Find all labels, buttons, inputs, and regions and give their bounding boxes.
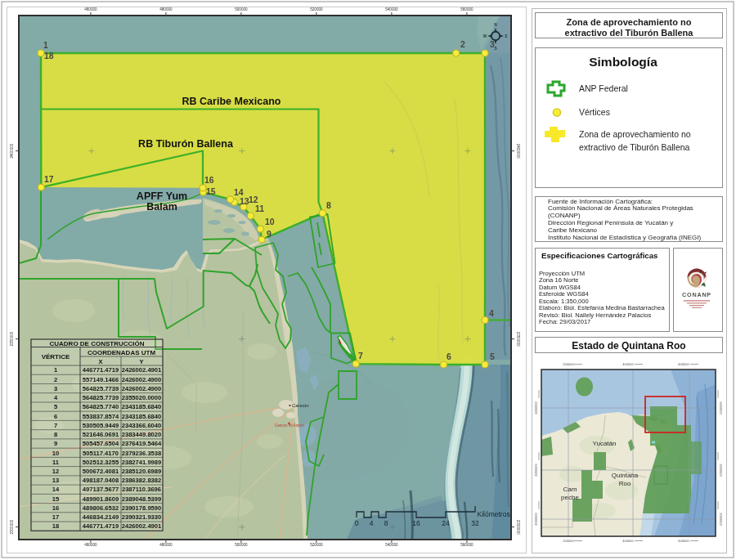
svg-text:564825.7740: 564825.7740 bbox=[83, 403, 119, 410]
svg-text:2: 2 bbox=[460, 39, 465, 49]
svg-text:530505.9449: 530505.9449 bbox=[83, 422, 119, 429]
svg-text:502512.3255: 502512.3255 bbox=[83, 459, 119, 466]
svg-text:9: 9 bbox=[267, 229, 272, 239]
svg-text:500672.4081: 500672.4081 bbox=[83, 468, 119, 475]
svg-text:5: 5 bbox=[490, 352, 495, 361]
svg-text:Especificaciones Cartográficas: Especificaciones Cartográficas bbox=[541, 251, 657, 260]
svg-text:0: 0 bbox=[355, 519, 359, 527]
svg-text:Cancún Int Airport: Cancún Int Airport bbox=[275, 423, 305, 428]
svg-text:505117.4170: 505117.4170 bbox=[83, 450, 119, 457]
svg-text:11: 11 bbox=[255, 204, 264, 213]
svg-text:13: 13 bbox=[52, 477, 59, 484]
svg-text:2000000: 2000000 bbox=[534, 512, 538, 525]
svg-text:Dirección Regional Península d: Dirección Regional Península de Yucatán … bbox=[548, 219, 673, 226]
svg-text:400000: 400000 bbox=[622, 539, 634, 543]
svg-text:2400000: 2400000 bbox=[534, 401, 538, 414]
svg-text:446834.2149: 446834.2149 bbox=[83, 513, 119, 521]
svg-text:540000: 540000 bbox=[385, 543, 398, 547]
svg-text:2426002.4900: 2426002.4900 bbox=[122, 385, 162, 392]
svg-text:200000: 200000 bbox=[563, 539, 574, 543]
svg-text:COORDENADAS UTM: COORDENADAS UTM bbox=[88, 349, 155, 356]
svg-text:497137.5677: 497137.5677 bbox=[83, 486, 119, 493]
svg-text:CUADRO DE CONSTRUCCIÓN: CUADRO DE CONSTRUCCIÓN bbox=[50, 340, 145, 347]
svg-text:2400000: 2400000 bbox=[516, 144, 520, 159]
svg-text:2426002.4901: 2426002.4901 bbox=[122, 522, 162, 530]
svg-text:Fuente de Información Cartográ: Fuente de Información Cartográfica: bbox=[548, 198, 653, 205]
svg-text:Vértices: Vértices bbox=[579, 107, 610, 117]
svg-text:446771.4719: 446771.4719 bbox=[83, 366, 119, 374]
svg-text:16: 16 bbox=[52, 504, 59, 512]
svg-text:2355020.0000: 2355020.0000 bbox=[122, 394, 162, 401]
svg-text:460000: 460000 bbox=[84, 7, 97, 11]
svg-text:2000000: 2000000 bbox=[719, 513, 723, 526]
svg-text:Cam: Cam bbox=[563, 486, 577, 493]
svg-text:564825.7739: 564825.7739 bbox=[83, 394, 119, 401]
svg-text:16: 16 bbox=[204, 175, 214, 185]
svg-text:9: 9 bbox=[54, 440, 57, 447]
svg-text:6: 6 bbox=[54, 413, 57, 420]
svg-text:489806.6532: 489806.6532 bbox=[83, 504, 119, 512]
svg-text:400000: 400000 bbox=[622, 362, 634, 366]
svg-text:extractivo de Tiburón Ballena: extractivo de Tiburón Ballena bbox=[579, 142, 690, 152]
svg-text:Simbología: Simbología bbox=[589, 55, 657, 69]
svg-text:CONANP: CONANP bbox=[682, 291, 711, 298]
svg-text:505457.6504: 505457.6504 bbox=[83, 440, 119, 447]
svg-text:(CONANP): (CONANP) bbox=[548, 212, 581, 219]
svg-text:peche: peche bbox=[561, 494, 579, 501]
svg-text:2343366.6040: 2343366.6040 bbox=[122, 422, 162, 429]
svg-text:2426002.4900: 2426002.4900 bbox=[122, 376, 162, 383]
svg-text:2387110.3696: 2387110.3696 bbox=[122, 486, 161, 493]
svg-text:Zona de aprovechamiento no: Zona de aprovechamiento no bbox=[579, 129, 691, 139]
svg-text:520000: 520000 bbox=[310, 543, 323, 547]
svg-text:RB Tiburón Ballena: RB Tiburón Ballena bbox=[138, 138, 234, 150]
svg-text:32: 32 bbox=[471, 519, 479, 527]
svg-text:2300000: 2300000 bbox=[516, 520, 520, 535]
svg-text:2386382.8382: 2386382.8382 bbox=[122, 477, 162, 484]
svg-text:480000: 480000 bbox=[159, 7, 173, 11]
svg-text:Comisión Nacional de Áreas Nat: Comisión Nacional de Áreas Naturales Pro… bbox=[548, 204, 693, 212]
svg-text:7: 7 bbox=[358, 351, 363, 361]
svg-text:8: 8 bbox=[54, 431, 57, 438]
svg-text:560000: 560000 bbox=[460, 543, 473, 547]
svg-text:N: N bbox=[494, 23, 497, 27]
svg-text:Zona de aprovechamiento no: Zona de aprovechamiento no bbox=[567, 17, 692, 27]
svg-text:14: 14 bbox=[234, 187, 244, 197]
svg-text:13: 13 bbox=[240, 196, 249, 206]
svg-text:520000: 520000 bbox=[310, 7, 323, 11]
svg-text:553837.8574: 553837.8574 bbox=[83, 413, 119, 420]
svg-text:Fecha: 29/03/2017: Fecha: 29/03/2017 bbox=[539, 318, 590, 325]
svg-text:12: 12 bbox=[249, 195, 258, 204]
svg-text:Yucatán: Yucatán bbox=[593, 440, 617, 447]
svg-text:RB Caribe Mexicano: RB Caribe Mexicano bbox=[182, 96, 281, 107]
svg-text:498187.0408: 498187.0408 bbox=[83, 477, 119, 484]
svg-text:500000: 500000 bbox=[235, 543, 248, 547]
svg-text:12: 12 bbox=[52, 468, 59, 475]
svg-text:2382741.9989: 2382741.9989 bbox=[122, 459, 162, 466]
svg-text:W: W bbox=[483, 34, 487, 38]
svg-text:564825.7739: 564825.7739 bbox=[83, 385, 119, 392]
svg-text:521646.0691: 521646.0691 bbox=[83, 431, 119, 438]
svg-text:VÉRTICE: VÉRTICE bbox=[42, 353, 70, 361]
svg-text:14: 14 bbox=[52, 486, 60, 493]
svg-text:2426002.4901: 2426002.4901 bbox=[122, 366, 162, 374]
svg-text:2400000: 2400000 bbox=[10, 143, 14, 158]
svg-text:Y: Y bbox=[139, 358, 143, 365]
svg-text:15: 15 bbox=[52, 495, 60, 503]
svg-text:2200000: 2200000 bbox=[534, 463, 538, 476]
svg-text:4: 4 bbox=[370, 519, 374, 527]
svg-text:2300000: 2300000 bbox=[10, 519, 14, 534]
svg-text:Cancún: Cancún bbox=[292, 403, 309, 408]
svg-text:Caribe Mexicano: Caribe Mexicano bbox=[548, 226, 598, 234]
svg-text:8: 8 bbox=[384, 519, 388, 527]
svg-text:2343185.6840: 2343185.6840 bbox=[122, 413, 162, 420]
svg-text:18: 18 bbox=[44, 51, 54, 60]
svg-text:2350000: 2350000 bbox=[516, 332, 520, 347]
svg-text:ANP Federal: ANP Federal bbox=[579, 83, 628, 93]
svg-text:4: 4 bbox=[489, 308, 494, 318]
svg-text:extractivo del Tiburón Ballena: extractivo del Tiburón Ballena bbox=[565, 28, 694, 38]
svg-text:Estado de Quintana Roo: Estado de Quintana Roo bbox=[572, 340, 685, 352]
svg-text:2379236.3538: 2379236.3538 bbox=[122, 450, 162, 457]
svg-text:APFF Yum: APFF Yum bbox=[137, 190, 187, 202]
svg-text:500000: 500000 bbox=[235, 7, 248, 11]
svg-text:2385120.6989: 2385120.6989 bbox=[122, 468, 162, 475]
